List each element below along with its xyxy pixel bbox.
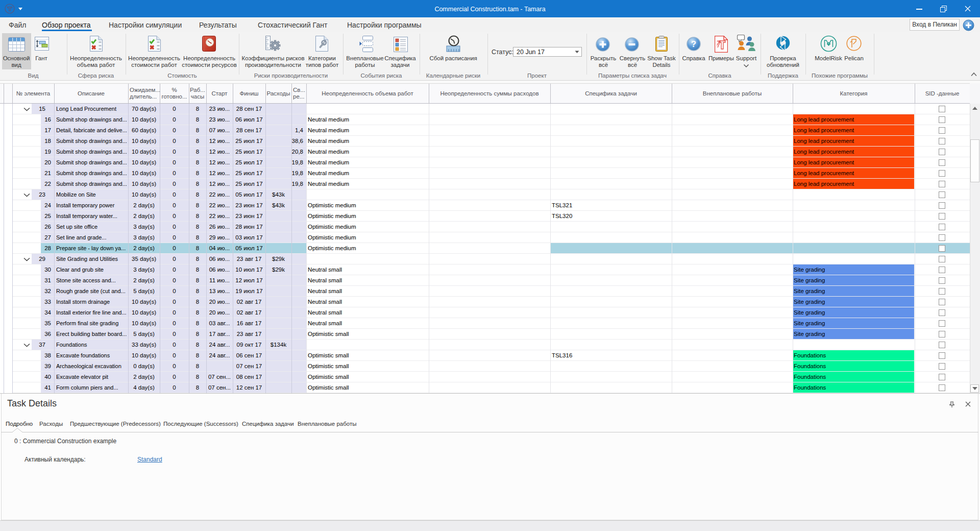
svg-text:?: ? <box>691 39 696 49</box>
